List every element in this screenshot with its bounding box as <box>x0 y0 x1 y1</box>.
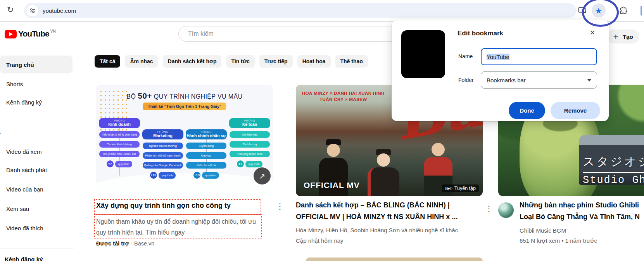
sidebar-item-playlists[interactable]: Danh sách phát <box>0 161 73 179</box>
kebab-menu-icon[interactable]: ⋮ <box>276 202 284 210</box>
kebab-menu-icon[interactable]: ⋮ <box>485 205 493 212</box>
done-button[interactable]: Done <box>509 102 545 119</box>
mv-title-line1[interactable]: Danh sách kết hợp – BẮC BLING (BẮC NINH)… <box>296 201 450 209</box>
mv-updated: Cập nhật hôm nay <box>296 237 344 244</box>
chevron-right-icon[interactable]: › <box>0 127 1 139</box>
chip-live[interactable]: Trực tiếp <box>259 55 293 68</box>
caret-down-icon <box>587 79 591 82</box>
remove-button[interactable]: Remove <box>551 102 600 119</box>
bookmark-name-input[interactable]: YouTube <box>481 48 597 65</box>
media-controls-icon[interactable] <box>577 5 587 16</box>
chip-mixes[interactable]: Danh sách kết hợp <box>163 55 222 68</box>
ad-flowchart-column: PHÒNGMarketing Nghiên cứu thị trường Phâ… <box>142 129 183 179</box>
youtube-logo[interactable]: YouTube VN <box>5 29 56 38</box>
folder-label: Folder <box>458 77 474 83</box>
site-settings-icon[interactable] <box>27 5 38 16</box>
ad-flowchart-column: PHÒNGKinh doanh Tiếp nhận & xử lý đơn hà… <box>99 118 140 179</box>
ghibli-views-meta: 651 N lượt xem • 1 năm trước <box>520 237 597 244</box>
extensions-icon[interactable] <box>618 5 628 16</box>
advertiser-name[interactable]: Base.vn <box>134 240 154 247</box>
ad-description: Nguồn tham khảo uy tín để doanh nghiệp đ… <box>96 216 256 238</box>
browser-toolbar: ↻ youtube.com ★ <box>0 0 644 22</box>
ghibli-japanese-text: スタジオジブリ <box>583 154 644 173</box>
dialog-title: Edit bookmark <box>458 30 503 37</box>
chip-animation[interactable]: Hoạt họa <box>297 55 331 68</box>
ad-flowchart: PHÒNGKinh doanh Tiếp nhận & xử lý đơn hà… <box>99 118 270 179</box>
search-placeholder: Tìm kiếm <box>188 30 214 37</box>
bookmark-star-button[interactable]: ★ <box>592 3 606 17</box>
chip-all[interactable]: Tất cả <box>95 55 120 68</box>
url-text: youtube.com <box>43 7 76 14</box>
mv-artists: Hòa Minzy, Hiền Hồ, Soobin Hoàng Sơn và … <box>296 227 458 233</box>
ghibli-channel-name[interactable]: Ghibli Music BGM <box>520 227 566 234</box>
playlist-play-icon: ((▶)) <box>445 186 452 190</box>
chip-news[interactable]: Tin tức <box>226 55 254 68</box>
name-label: Name <box>458 53 473 59</box>
ad-title[interactable]: Xây dựng quy trình tinh gọn cho công ty <box>96 202 231 210</box>
ad-heading: BỘ 50+ QUY TRÌNH NGHIỆP VỤ MẪU <box>96 91 273 101</box>
bookmark-name-value: YouTube <box>487 54 509 60</box>
next-row-thumbnail-edge <box>306 258 483 261</box>
playlist-badge: ((▶)) Tuyển tập <box>442 184 479 192</box>
folder-select[interactable]: Bookmarks bar <box>481 71 597 89</box>
reload-icon[interactable]: ↻ <box>7 5 14 14</box>
sidebar-divider <box>0 118 74 118</box>
star-icon: ★ <box>595 7 603 15</box>
mv-title-line2[interactable]: OFFICIAL MV | HOÀ MINZY ft NS XUÂN HINH … <box>296 213 458 221</box>
sidebar-section-subscriptions-header: Kênh đăng ký <box>5 256 43 261</box>
ghibli-title-line1[interactable]: Những bản nhạc phim Studio Ghibli <box>520 201 639 209</box>
youtube-play-icon <box>5 30 17 38</box>
profile-avatar-edge[interactable] <box>641 6 642 16</box>
sidebar-item-shorts[interactable]: Shorts <box>0 75 73 93</box>
mv-credit-text: HOÀ MINZY × DANH HÀI XUÂN HINHTUẤN CRY ×… <box>302 90 385 103</box>
url-bar[interactable]: youtube.com <box>24 3 576 18</box>
ad-sponsor-line: Được tài trợ · Base.vn <box>96 240 154 247</box>
ad-thumbnail[interactable]: BỘ 50+ QUY TRÌNH NGHIỆP VỤ MẪU Thiết kế … <box>96 85 273 196</box>
plus-icon: ＋ <box>611 32 620 41</box>
ad-flowchart-column: PHÒNGHành chính nhân sự Tuyển dụng Đào t… <box>186 129 227 179</box>
sidebar-divider <box>0 249 74 249</box>
sidebar-item-your-videos[interactable]: Video của bạn <box>0 180 73 198</box>
ghibli-title-line2[interactable]: Loại Bỏ Căng Thẳng Và Tĩnh Tâm, N <box>520 213 640 221</box>
mv-figure-center <box>368 149 399 196</box>
bookmark-page-thumbnail <box>401 30 445 78</box>
chip-music[interactable]: Âm nhạc <box>125 55 158 68</box>
logo-wordmark: YouTube <box>18 29 49 38</box>
mv-overlay-text: OFFICIAL MV <box>304 181 360 190</box>
edit-bookmark-dialog: Edit bookmark ✕ Name YouTube Folder Book… <box>392 20 609 121</box>
ad-banner: Thiết kế "Tinh Gọn Trên 1 Trang Giấy" <box>143 103 226 110</box>
ghibli-english-text: Studio Ghibli <box>583 174 644 186</box>
close-icon[interactable]: ✕ <box>588 29 597 38</box>
expand-icon[interactable]: ↗ <box>254 167 271 184</box>
chip-sports[interactable]: Thể thao <box>335 55 368 68</box>
sidebar-item-subscriptions[interactable]: Kênh đăng ký <box>0 93 73 111</box>
sidebar-item-watch-later[interactable]: Xem sau <box>0 200 73 218</box>
create-button[interactable]: ＋ Tạo <box>607 30 639 44</box>
logo-region: VN <box>50 29 56 33</box>
sidebar-item-history[interactable]: Video đã xem <box>0 143 73 160</box>
channel-avatar[interactable] <box>498 202 514 218</box>
sidebar-item-home[interactable]: Trang chủ <box>0 56 73 73</box>
ghibli-text-block: スタジオジブリ Studio Ghibli <box>583 154 644 186</box>
sidebar-item-liked-videos[interactable]: Video đã thích <box>0 219 73 237</box>
filter-chips: Tất cả Âm nhạc Danh sách kết hợp Tin tức… <box>95 55 368 68</box>
